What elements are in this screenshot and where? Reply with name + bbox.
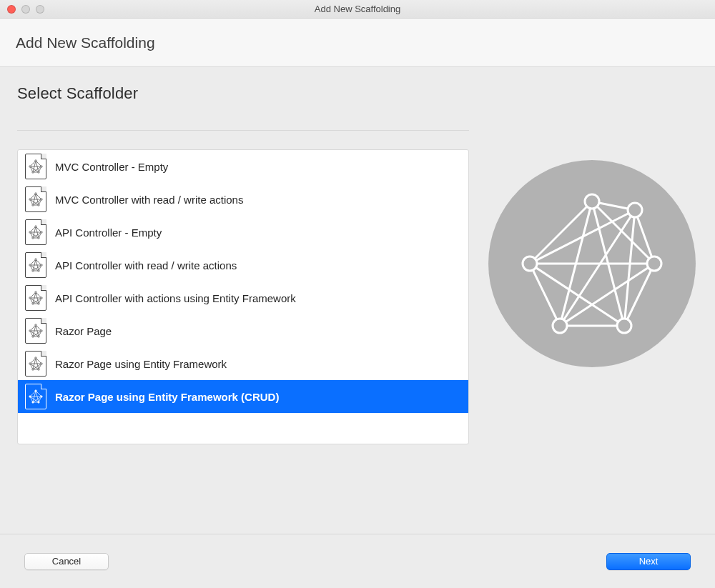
scaffolder-list-item[interactable]: Razor Page using Entity Framework: [18, 347, 468, 380]
svg-point-74: [38, 303, 39, 304]
minimize-window-button[interactable]: [21, 5, 30, 14]
svg-point-25: [35, 193, 36, 194]
svg-point-27: [41, 199, 42, 200]
svg-point-101: [29, 363, 31, 364]
dialog-title: Add New Scaffolding: [16, 34, 155, 51]
scaffolder-item-label: Razor Page using Entity Framework (CRUD): [55, 391, 279, 403]
svg-point-58: [32, 270, 34, 271]
scaffold-file-icon: [24, 251, 48, 279]
svg-point-118: [32, 402, 34, 403]
maximize-window-button[interactable]: [36, 5, 44, 14]
svg-point-43: [32, 237, 34, 239]
section-header: Select Scaffolder: [17, 84, 469, 131]
svg-line-120: [530, 201, 592, 264]
scaffold-file-icon: [24, 350, 48, 377]
svg-point-138: [647, 256, 661, 271]
svg-point-85: [35, 324, 36, 326]
svg-point-102: [41, 363, 42, 364]
svg-point-14: [38, 171, 39, 173]
svg-point-29: [38, 204, 39, 206]
cancel-button[interactable]: Cancel: [24, 553, 109, 570]
dialog-footer: Cancel Next: [0, 534, 715, 588]
scaffolder-item-label: Razor Page: [55, 325, 112, 337]
svg-point-115: [35, 390, 36, 392]
svg-point-116: [29, 396, 31, 397]
left-pane: Select Scaffolder MVC Controller - Empty…: [0, 67, 469, 534]
window-controls: [0, 5, 44, 14]
scaffold-file-icon: [24, 186, 48, 213]
scaffold-file-icon: [24, 219, 48, 246]
dialog-content: Select Scaffolder MVC Controller - Empty…: [0, 67, 715, 534]
scaffolder-item-label: API Controller with actions using Entity…: [55, 292, 296, 304]
svg-line-131: [635, 210, 654, 264]
svg-point-10: [35, 160, 36, 161]
scaffolder-list-item[interactable]: API Controller with read / write actions: [18, 249, 468, 281]
svg-point-57: [41, 264, 42, 266]
svg-point-103: [32, 369, 34, 370]
svg-point-40: [35, 226, 36, 227]
svg-point-104: [38, 369, 39, 370]
section-title: Select Scaffolder: [17, 84, 469, 103]
svg-point-56: [29, 264, 31, 266]
svg-point-72: [41, 297, 42, 299]
scaffold-file-icon: [24, 284, 48, 312]
svg-line-134: [530, 210, 635, 264]
svg-point-117: [41, 396, 42, 397]
svg-point-44: [38, 237, 39, 239]
svg-point-136: [628, 203, 642, 217]
scaffolder-item-label: MVC Controller - Empty: [55, 161, 168, 173]
scaffolder-item-label: Razor Page using Entity Framework: [55, 358, 227, 370]
dialog-window: Add New Scaffolding Add New Scaffolding …: [0, 0, 715, 588]
scaffolder-item-label: API Controller - Empty: [55, 226, 162, 239]
scaffolder-item-label: API Controller with read / write actions: [55, 259, 237, 271]
scaffolder-list[interactable]: MVC Controller - Empty MVC Controller wi…: [17, 149, 469, 444]
preview-graphic: [488, 160, 696, 367]
window-title: Add New Scaffolding: [0, 4, 715, 14]
scaffolder-item-label: MVC Controller with read / write actions: [55, 194, 243, 206]
svg-point-28: [32, 204, 34, 206]
svg-point-55: [35, 259, 36, 260]
next-button[interactable]: Next: [606, 553, 691, 570]
svg-point-41: [29, 231, 31, 233]
scaffolder-list-item[interactable]: API Controller - Empty: [18, 216, 468, 249]
svg-point-26: [29, 199, 31, 200]
scaffolder-list-item[interactable]: MVC Controller with read / write actions: [18, 183, 468, 216]
scaffolder-list-item[interactable]: Razor Page: [18, 314, 468, 347]
scaffolder-list-item[interactable]: Razor Page using Entity Framework (CRUD): [18, 380, 468, 413]
svg-point-139: [553, 319, 567, 333]
svg-point-11: [29, 166, 31, 167]
svg-point-13: [32, 171, 34, 173]
svg-point-135: [585, 194, 599, 209]
svg-point-119: [38, 402, 39, 403]
svg-point-88: [32, 336, 34, 337]
preview-pane: [469, 67, 715, 534]
titlebar: Add New Scaffolding: [0, 0, 715, 19]
svg-point-87: [41, 330, 42, 332]
close-window-button[interactable]: [7, 5, 16, 14]
svg-point-42: [41, 231, 42, 233]
svg-line-121: [592, 201, 654, 264]
graph-icon: [517, 189, 667, 339]
scaffold-file-icon: [24, 317, 48, 344]
svg-point-12: [41, 166, 42, 167]
scaffold-file-icon: [24, 383, 48, 410]
svg-point-100: [35, 357, 36, 359]
svg-point-89: [38, 336, 39, 337]
svg-point-140: [617, 319, 631, 333]
svg-point-70: [35, 291, 36, 293]
svg-point-71: [29, 297, 31, 299]
svg-point-137: [523, 256, 537, 271]
svg-point-59: [38, 270, 39, 271]
scaffold-file-icon: [24, 153, 48, 180]
svg-point-86: [29, 330, 31, 332]
scaffolder-list-item[interactable]: MVC Controller - Empty: [18, 150, 468, 183]
svg-point-73: [32, 303, 34, 304]
dialog-header: Add New Scaffolding: [0, 19, 715, 67]
scaffolder-list-item[interactable]: API Controller with actions using Entity…: [18, 281, 468, 314]
